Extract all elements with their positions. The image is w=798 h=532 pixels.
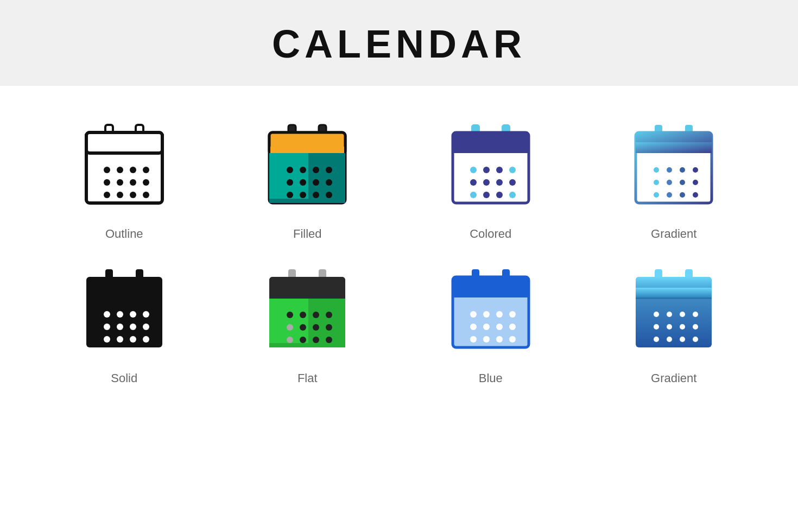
svg-point-59 [667,167,672,173]
icon-label-solid: Solid [111,371,137,385]
svg-point-49 [470,192,477,198]
svg-point-30 [313,179,319,186]
svg-rect-40 [453,142,529,153]
svg-point-119 [483,336,490,343]
svg-point-79 [130,324,136,330]
svg-point-58 [654,167,659,173]
svg-point-104 [326,337,332,343]
calendar-outline-icon [75,118,173,216]
icon-label-outline: Outline [105,227,143,241]
svg-point-4 [104,167,110,173]
svg-point-81 [104,336,110,343]
svg-point-25 [300,167,306,173]
svg-point-135 [693,324,698,330]
svg-point-34 [313,192,319,198]
svg-rect-92 [269,343,345,347]
svg-rect-72 [86,277,162,347]
icon-label-filled: Filled [293,227,322,241]
svg-point-64 [680,180,685,185]
svg-point-69 [693,192,698,198]
calendar-flat-icon [258,263,356,360]
svg-point-51 [496,192,503,198]
svg-point-65 [693,180,698,185]
svg-rect-127 [636,297,712,299]
icon-label-colored: Colored [470,227,511,241]
icon-label-gradient1: Gradient [651,227,696,241]
svg-point-82 [117,336,123,343]
svg-point-98 [300,324,306,331]
svg-point-136 [654,337,659,342]
svg-point-42 [483,167,490,173]
svg-point-111 [483,311,490,318]
icon-cell-blue: Blue [410,263,572,385]
icon-cell-solid: Solid [43,263,205,385]
svg-point-75 [130,311,136,318]
calendar-gradient2-icon [625,263,723,360]
svg-point-80 [143,324,149,330]
svg-point-29 [300,179,306,186]
svg-point-83 [130,336,136,343]
svg-point-41 [470,167,477,173]
svg-point-32 [287,192,293,198]
icon-cell-filled: Filled [227,118,389,241]
svg-point-114 [470,324,477,330]
icon-label-flat: Flat [297,371,318,385]
svg-point-137 [667,337,672,342]
svg-point-63 [667,180,672,185]
svg-point-35 [326,192,332,198]
svg-point-68 [680,192,685,198]
svg-point-78 [117,324,123,330]
svg-point-73 [104,311,110,318]
svg-point-103 [313,337,319,343]
svg-point-52 [509,192,516,198]
svg-point-11 [143,179,149,186]
calendar-filled-icon [258,118,356,216]
svg-point-43 [496,167,503,173]
svg-point-139 [693,337,698,342]
svg-point-48 [509,179,516,186]
svg-point-31 [326,179,332,186]
svg-point-47 [496,179,503,186]
svg-rect-23 [269,199,345,203]
icon-cell-gradient1: Gradient [593,118,755,241]
svg-point-27 [326,167,332,173]
icon-cell-gradient2: Gradient [593,263,755,385]
svg-point-110 [470,311,477,318]
svg-point-128 [654,312,659,317]
icons-grid: Outline [0,86,798,418]
svg-point-94 [300,312,306,318]
svg-point-8 [104,179,110,186]
svg-point-99 [313,324,319,331]
svg-point-138 [680,337,685,342]
page-header: CALENDAR [0,0,798,86]
svg-point-130 [680,312,685,317]
svg-point-118 [470,336,477,343]
svg-point-9 [117,179,123,186]
svg-rect-89 [269,288,345,299]
svg-point-24 [287,167,293,173]
svg-point-115 [483,324,490,330]
svg-point-102 [300,337,306,343]
svg-point-28 [287,179,293,186]
svg-rect-126 [636,288,712,299]
svg-point-116 [496,324,503,330]
icon-label-blue: Blue [479,371,503,385]
svg-point-134 [680,324,685,330]
svg-point-132 [654,324,659,330]
page-title: CALENDAR [0,22,798,66]
svg-point-100 [326,324,332,331]
svg-point-61 [693,167,698,173]
svg-point-67 [667,192,672,198]
svg-point-84 [143,336,149,343]
svg-point-113 [509,311,516,318]
svg-rect-57 [636,142,712,153]
svg-point-62 [654,180,659,185]
svg-point-96 [326,312,332,318]
calendar-gradient-icon [625,118,723,216]
calendar-solid-icon [75,263,173,360]
svg-point-12 [104,192,110,198]
svg-point-76 [143,311,149,318]
svg-point-93 [287,312,293,318]
svg-point-112 [496,311,503,318]
svg-point-133 [667,324,672,330]
